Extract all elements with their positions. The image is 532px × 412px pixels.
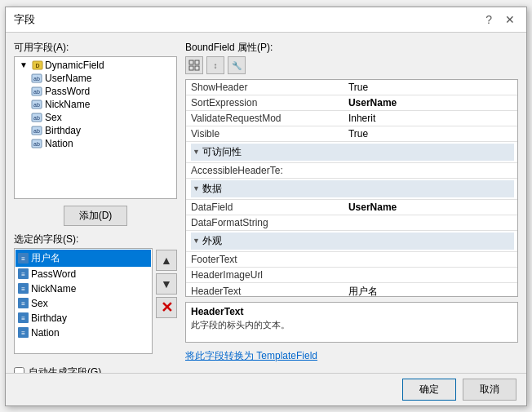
desc-text: 此字段的标头内的文本。 [191, 319, 512, 331]
svg-rect-26 [189, 60, 193, 64]
prop-val-headertext[interactable]: 用户名 [345, 282, 517, 297]
list-item-nickname[interactable]: ≡ NickName [16, 281, 151, 296]
prop-key-validate: ValidateRequestMod [186, 110, 345, 126]
selected-row: ≡ 用户名 ≡ PassWord [14, 248, 177, 354]
section-header-data: ▼ 数据 [191, 180, 514, 197]
available-fields-section: 可用字段(A): ▼ D DynamicField [14, 41, 177, 199]
tree-item-birthday[interactable]: ab Birthday [16, 124, 175, 137]
list-item-username[interactable]: ≡ 用户名 [16, 250, 151, 267]
sort-button[interactable]: ↕ [206, 56, 224, 74]
prop-key-datafield: DataField [186, 199, 345, 215]
prop-row-sortexpression: SortExpression UserName [186, 95, 517, 110]
prop-row-headertext: HeaderText 用户名 [186, 282, 517, 297]
field-icon-birthday: ab [31, 125, 42, 136]
section-header-appearance: ▼ 外观 [191, 233, 514, 250]
prop-val-visible[interactable]: True [345, 126, 517, 141]
svg-text:ab: ab [33, 141, 40, 147]
list-item-sex[interactable]: ≡ Sex [16, 296, 151, 311]
properties-table: ShowHeader True SortExpression UserName … [186, 80, 517, 297]
wrench-button[interactable]: 🔧 [228, 56, 246, 74]
dialog-body: 可用字段(A): ▼ D DynamicField [6, 33, 526, 373]
section-arrow-appearance: ▼ [193, 237, 200, 245]
properties-table-wrapper[interactable]: ShowHeader True SortExpression UserName … [185, 79, 518, 297]
tree-label-nickname: NickName [45, 99, 90, 110]
field-icon-nickname: ab [31, 99, 42, 110]
grid-view-button[interactable] [185, 56, 203, 74]
sel-label-sex: Sex [31, 298, 48, 309]
available-fields-tree[interactable]: ▼ D DynamicField ab [14, 56, 177, 199]
auto-gen-checkbox[interactable] [14, 367, 24, 373]
prop-val-dataformat[interactable] [345, 215, 517, 230]
add-button[interactable]: 添加(D) [64, 206, 128, 226]
prop-val-validate[interactable]: Inherit [345, 110, 517, 126]
title-bar: 字段 ? ✕ [6, 7, 526, 33]
section-data: ▼ 数据 [186, 178, 517, 199]
tree-expand-icon: ▼ [18, 60, 29, 71]
bound-field-section: BoundField 属性(P): ↕ [185, 41, 518, 74]
list-item-nation[interactable]: ≡ Nation [16, 326, 151, 340]
sel-icon-sex: ≡ [18, 298, 29, 308]
section-appearance: ▼ 外观 [186, 230, 517, 251]
list-item-password[interactable]: ≡ PassWord [16, 267, 151, 281]
svg-text:≡: ≡ [21, 330, 25, 337]
dynamic-field-icon: D [32, 60, 43, 71]
prop-val-headerimageurl[interactable] [345, 267, 517, 282]
prop-key-headerimageurl: HeaderImageUrl [186, 267, 345, 282]
svg-text:≡: ≡ [21, 271, 25, 278]
section-accessibility: ▼ 可访问性 [186, 141, 517, 162]
tree-item-sex[interactable]: ab Sex [16, 111, 175, 124]
prop-key-sortexpression: SortExpression [186, 95, 345, 110]
close-button[interactable]: ✕ [502, 13, 518, 26]
prop-row-headerimageurl: HeaderImageUrl [186, 267, 517, 282]
auto-gen-label: 自动生成字段(G) [29, 365, 101, 373]
section-arrow-accessibility: ▼ [193, 148, 200, 156]
svg-text:≡: ≡ [21, 300, 25, 308]
section-header-accessibility: ▼ 可访问性 [191, 144, 514, 161]
bound-field-label: BoundField 属性(P): [185, 41, 518, 55]
ok-button[interactable]: 确定 [402, 379, 456, 401]
prop-val-sortexpression[interactable]: UserName [345, 95, 517, 110]
prop-row-validate: ValidateRequestMod Inherit [186, 110, 517, 126]
wrench-icon: 🔧 [231, 60, 242, 71]
tree-item-nation[interactable]: ab Nation [16, 137, 175, 150]
prop-row-datafield: DataField UserName [186, 199, 517, 215]
move-up-button[interactable]: ▲ [156, 250, 177, 271]
grid-icon [188, 60, 200, 71]
prop-val-showheader[interactable]: True [345, 80, 517, 95]
description-box: HeaderText 此字段的标头内的文本。 [185, 302, 518, 343]
dialog-footer: 确定 取消 [6, 373, 526, 405]
left-panel: 可用字段(A): ▼ D DynamicField [14, 41, 177, 365]
prop-val-accessible[interactable] [345, 162, 517, 178]
help-button[interactable]: ? [482, 13, 495, 26]
svg-rect-29 [195, 66, 199, 70]
tree-item-nickname[interactable]: ab NickName [16, 98, 175, 111]
tree-item-username[interactable]: ab UserName [16, 72, 175, 85]
prop-row-showheader: ShowHeader True [186, 80, 517, 95]
dialog-title: 字段 [14, 12, 35, 27]
svg-text:≡: ≡ [21, 286, 25, 293]
sort-icon: ↕ [210, 60, 221, 71]
prop-key-dataformat: DataFormatString [186, 215, 345, 230]
prop-key-visible: Visible [186, 126, 345, 141]
move-down-button[interactable]: ▼ [156, 273, 177, 295]
svg-text:ab: ab [33, 128, 40, 134]
delete-button[interactable]: ✕ [156, 297, 177, 318]
cancel-button[interactable]: 取消 [463, 379, 516, 401]
tree-label-username: UserName [45, 73, 91, 84]
prop-val-footertext[interactable] [345, 251, 517, 267]
convert-link[interactable]: 将此字段转换为 TemplateField [185, 348, 518, 365]
tree-item-password[interactable]: ab PassWord [16, 85, 175, 98]
svg-rect-28 [189, 66, 193, 70]
prop-row-footertext: FooterText [186, 251, 517, 267]
selected-fields-list[interactable]: ≡ 用户名 ≡ PassWord [14, 248, 153, 354]
list-item-birthday[interactable]: ≡ Birthday [16, 311, 151, 326]
sel-label-username: 用户名 [31, 251, 60, 265]
svg-text:ab: ab [33, 115, 40, 121]
toolbar-row: ↕ 🔧 [185, 56, 518, 74]
sel-icon-username: ≡ [18, 253, 29, 264]
available-fields-label: 可用字段(A): [14, 41, 177, 55]
section-label-data: 数据 [202, 182, 222, 196]
desc-title: HeaderText [191, 306, 512, 317]
sel-icon-password: ≡ [18, 268, 29, 279]
prop-val-datafield[interactable]: UserName [345, 199, 517, 215]
